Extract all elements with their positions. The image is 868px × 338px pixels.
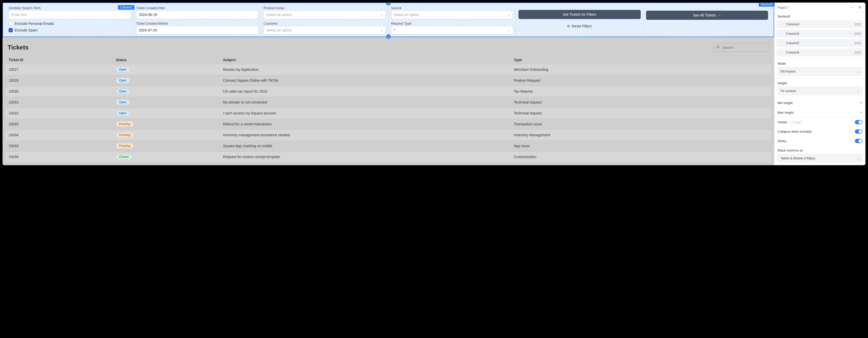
see-all-tickets-button[interactable]: See All Tickets → [646,11,768,20]
min-height-label: Min height [777,101,793,105]
product-areas-select[interactable]: Select an option ⌄ [264,10,386,19]
refresh-icon: ↻ [567,24,570,28]
table-row[interactable]: 15035PendingSquare App crashing on mobil… [6,141,771,152]
tickets-title: Tickets [8,44,28,51]
table-row[interactable]: 15029OpenConnect Square Online with TikT… [6,75,771,86]
chevron-down-icon: ⌄ [508,13,510,17]
created-after-input[interactable] [136,10,258,19]
section-tag: Section5 [759,3,775,7]
cell-type: Technical request [511,108,771,119]
th-status[interactable]: Status [113,56,220,64]
status-badge: Pending [116,143,134,149]
cell-subject: Refund for a recent transaction [220,119,511,130]
grip-icon[interactable]: ⋮⋮ [779,23,784,26]
add-above-icon[interactable]: + [386,3,391,5]
cell-subject: Square App crashing on mobile [220,141,511,152]
table-row[interactable]: 15036ClosedRequest for custom receipt te… [6,152,771,162]
reset-filters-button[interactable]: ↻ Reset Filters [519,22,641,31]
cell-ticket-id: 15035 [6,141,113,152]
cell-ticket-id: 15027 [6,64,113,75]
tree-item[interactable]: ⋮⋮Column62/12 [776,49,863,56]
get-tickets-button[interactable]: Get Tickets for Filters [519,10,641,19]
height-label: Height [777,81,862,85]
cell-ticket-id: 15029 [6,75,113,86]
status-badge: Pending [116,132,134,138]
tree-item[interactable]: ⋮⋮Column32/12 [776,20,863,28]
search-term-input[interactable] [9,10,131,19]
width-select[interactable]: Fill Parent ⌄ [777,67,862,76]
grip-icon[interactable]: ⋮⋮ [779,41,784,45]
breadcrumb-root[interactable]: Page2 [777,6,787,9]
tree-item[interactable]: ⋮⋮Column42/12 [776,30,863,37]
cell-ticket-id: 15031 [6,97,113,108]
filter-column-6: See All Tickets → [644,6,771,34]
add-min-height-button[interactable]: + [860,100,862,105]
status-badge: Open [116,78,130,83]
cell-status: Closed [113,152,220,162]
height-select[interactable]: Fit content ⌄ [777,87,862,95]
more-icon[interactable]: ⋯ [850,5,856,10]
width-label: Width [777,62,862,65]
tree-item-size: 2/12 [855,22,861,26]
th-ticket-id[interactable]: Ticket ID [6,56,113,64]
cell-type: Tax Reports [511,86,771,97]
request-type-select[interactable]: * ⌄ [391,26,514,34]
cell-type: App Issue [511,141,771,152]
stack-label: Stack columns at [777,149,862,152]
grip-icon[interactable]: ⋮⋮ [779,32,784,35]
tree-item-size: 2/12 [855,51,861,54]
table-row[interactable]: 15032OpenI can't access my Square accoun… [6,108,771,119]
th-subject[interactable]: Subject [220,56,511,64]
tree-item-name: Column5 [786,41,855,45]
table-row[interactable]: 15031OpenMy domain is not connectedTechn… [6,97,771,108]
column-tag: Column1 [118,5,134,10]
th-type[interactable]: Type [511,56,771,64]
add-below-icon[interactable]: + [386,34,391,39]
cell-ticket-id: 15034 [6,130,113,141]
stack-select[interactable]: Tablet & Mobile (768px) ⌄ [777,154,862,163]
tree-item-name: Column6 [786,51,855,54]
status-badge: Open [116,89,130,94]
breadcrumb-sep: / [788,6,789,9]
filter-section: + + Section5 Column1 Zendesk Search Term… [3,3,774,37]
filter-column-1: Column1 Zendesk Search Term Exclude Pers… [6,6,134,34]
svg-line-1 [719,48,719,48]
table-row[interactable]: 15030OpenUS sales tax report for 2023Tax… [6,86,771,97]
tree-item-name: Column4 [786,32,855,35]
cell-status: Open [113,64,220,75]
tickets-search[interactable] [713,43,769,52]
cell-subject: Request for custom receipt template [220,152,511,162]
cell-status: Open [113,108,220,119]
cell-status: Pending [113,119,220,130]
exclude-personal-label: Exclude Personal Emails [15,22,54,26]
code-chip[interactable]: <> Code [789,121,802,124]
created-before-input[interactable] [136,26,258,34]
tree-item[interactable]: ⋮⋮Column52/12 [776,39,863,47]
search-icon [716,45,720,50]
table-row[interactable]: 15027OpenReview my ApplicationMerchant O… [6,64,771,75]
grip-icon[interactable]: ⋮⋮ [779,51,784,54]
table-row[interactable]: 15033PendingRefund for a recent transact… [6,119,771,130]
status-badge: Pending [116,121,134,127]
tickets-section: Tickets Ticket ID Status Subject [3,37,774,165]
customer-select[interactable]: Select an option ⌄ [264,26,386,34]
chevron-down-icon: ⌄ [508,28,510,32]
cell-ticket-id: 15030 [6,86,113,97]
sticky-toggle[interactable] [855,139,862,143]
exclude-spam-checkbox[interactable]: ✓ Exclude Spam [9,28,131,32]
collapse-toggle[interactable] [855,129,862,134]
tickets-search-input[interactable] [722,45,766,50]
filter-column-5: Get Tickets for Filters ↻ Reset Filters [516,6,644,34]
source-select[interactable]: Select an option ⌄ [391,10,514,19]
close-icon[interactable]: ✕ [857,5,862,10]
visible-toggle[interactable] [855,120,862,124]
status-badge: Open [116,67,130,72]
cell-subject: Connect Square Online with TikTok [220,75,511,86]
add-max-height-button[interactable]: + [860,110,862,115]
search-term-label: Zendesk Search Term [9,6,131,10]
cell-status: Pending [113,141,220,152]
exclude-personal-checkbox[interactable]: Exclude Personal Emails [9,22,131,26]
arrow-right-icon: → [718,13,721,17]
table-row[interactable]: 15034PendingInventory management assista… [6,130,771,141]
cell-type: Customization [511,152,771,162]
